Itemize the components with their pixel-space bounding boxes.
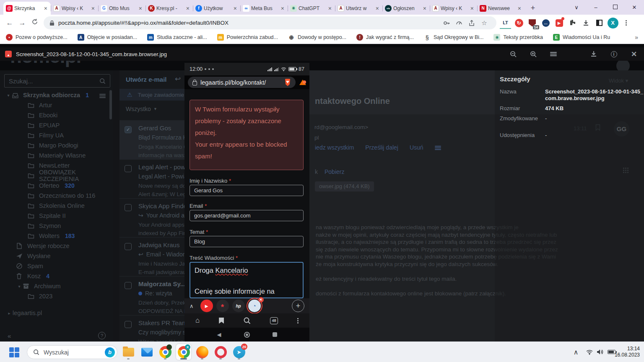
browser-tab[interactable]: A Wpisy ‹ K × bbox=[430, 2, 477, 15]
folder-caret-icon[interactable]: ▾ bbox=[16, 284, 23, 289]
field-input[interactable]: Blog bbox=[190, 236, 304, 247]
help-icon[interactable]: ? bbox=[98, 332, 106, 339]
chat-extension-icon[interactable]: … bbox=[540, 17, 551, 28]
compose-button[interactable]: Utwórz e-mail bbox=[126, 76, 167, 83]
file-explorer-button[interactable] bbox=[121, 344, 136, 360]
email-checkbox[interactable]: ✓ bbox=[125, 126, 132, 133]
active-tab-icon[interactable]: ◔✕ bbox=[248, 300, 261, 312]
mail-search-input[interactable]: Szukaj... bbox=[4, 74, 110, 88]
languagetool-extension-icon[interactable]: LT bbox=[500, 17, 511, 29]
sidebar-folder[interactable]: Wolters 183 bbox=[0, 231, 113, 241]
field-input[interactable]: gos.gerard@gmail.com bbox=[190, 210, 304, 221]
tab-close-icon[interactable]: × bbox=[43, 5, 48, 11]
sidebar-folder[interactable]: Wersje robocze bbox=[0, 241, 113, 251]
close-tab-badge[interactable]: ✕ bbox=[258, 297, 264, 303]
tray-chevron-icon[interactable]: ∧ bbox=[571, 342, 581, 362]
email-checkbox[interactable] bbox=[125, 282, 132, 289]
new-tab-button[interactable]: + bbox=[528, 3, 538, 13]
url-text[interactable]: poczta.home.pl/appsuite/#!!&app=io.ox/ma… bbox=[58, 20, 440, 26]
filter-dropdown[interactable]: Wszystko▼ bbox=[126, 106, 157, 112]
delete-button[interactable]: Usuń bbox=[410, 144, 423, 151]
sidebar-folder[interactable]: Spam bbox=[0, 261, 113, 271]
browser-tab[interactable]: A Utwórz w × bbox=[335, 2, 382, 15]
sidebar-scrollbar[interactable] bbox=[109, 90, 112, 119]
bookmark-item[interactable]: § Sąd Okręgowy w Bi... bbox=[424, 34, 484, 41]
sidebar-folder[interactable]: Szkolenia Online bbox=[0, 201, 113, 211]
bookmark-item[interactable]: m Studia zaoczne - ali... bbox=[147, 34, 207, 41]
tab-close-icon[interactable]: × bbox=[327, 5, 332, 11]
sidebar-folder[interactable]: OBOWIĄZEK SZCZEPIENIA bbox=[0, 171, 113, 181]
tab-close-icon[interactable]: × bbox=[470, 5, 475, 11]
android-home-icon[interactable] bbox=[244, 332, 250, 338]
collapse-sidebar-icon[interactable]: « bbox=[8, 332, 11, 339]
bookmark-item[interactable]: ⊕ Dowody w postępo... bbox=[288, 34, 346, 41]
folder-caret-icon[interactable]: ▾ bbox=[5, 93, 12, 98]
folder-caret-icon[interactable]: ▸ bbox=[6, 311, 13, 315]
password-key-icon[interactable] bbox=[440, 20, 453, 26]
forward-button-mail[interactable]: Prześlij dalej bbox=[365, 144, 398, 151]
sidebar-folder[interactable]: Wysłane bbox=[0, 251, 113, 261]
tab-close-icon[interactable]: × bbox=[422, 5, 427, 11]
sidebar-folder[interactable]: Oferteo 320 bbox=[0, 181, 113, 191]
sidebar-folder[interactable]: Szymon bbox=[0, 221, 113, 231]
sidebar-folder[interactable]: Filmy UA bbox=[0, 130, 113, 140]
reload-button[interactable] bbox=[29, 18, 41, 27]
bookmark-item[interactable]: ✳ Teksty przeróbka bbox=[493, 34, 543, 41]
sidebar-folder[interactable]: Kosz 4 bbox=[0, 271, 113, 281]
chrome-profile1-button[interactable] bbox=[158, 344, 173, 360]
phone-address-pill[interactable]: legaartis.pl/blog/kontakt/ bbox=[188, 77, 296, 88]
opera-button[interactable] bbox=[213, 344, 228, 360]
viewer-menu-icon[interactable] bbox=[548, 47, 559, 61]
browser-tab[interactable]: A Wpisy ‹ K × bbox=[51, 2, 98, 15]
tray-wifi-icon[interactable] bbox=[586, 342, 593, 362]
more-actions-icon[interactable] bbox=[435, 145, 441, 151]
attachment-chip[interactable]: owser.jpg (474,4 KB) bbox=[315, 181, 374, 191]
bookmark-item[interactable]: E Wiadomości Ua i Ru bbox=[553, 34, 610, 41]
field-input[interactable]: Gerard Gos bbox=[190, 185, 304, 196]
huawei-tab-icon[interactable]: * bbox=[216, 300, 229, 312]
download-all-button[interactable]: Pobierz bbox=[325, 168, 344, 175]
ublock-extension-icon[interactable]: 14 bbox=[527, 17, 538, 28]
android-recents-icon[interactable] bbox=[273, 332, 277, 337]
bookmark-item[interactable]: m Powierzchnia zabud... bbox=[217, 34, 278, 41]
mail-app-button[interactable] bbox=[139, 344, 154, 360]
taskbar-search[interactable]: Wyszukaj b bbox=[27, 345, 117, 359]
chrome-profile2-button[interactable]: X bbox=[176, 344, 191, 360]
address-bar[interactable]: poczta.home.pl/appsuite/#!!&app=io.ox/ma… bbox=[44, 16, 496, 29]
zoom-in-icon[interactable] bbox=[527, 47, 539, 61]
tab-close-icon[interactable]: × bbox=[185, 5, 190, 11]
browser-tab[interactable]: N Newswee × bbox=[477, 2, 525, 15]
browser-menu-icon[interactable] bbox=[621, 17, 632, 28]
forward-button[interactable]: → bbox=[16, 19, 29, 27]
browser-tab[interactable]: f Użytkow × bbox=[193, 2, 240, 15]
alert-bell-icon[interactable] bbox=[299, 80, 306, 85]
browser-tab[interactable]: K Kresy.pl - × bbox=[145, 2, 193, 15]
viewer-info-icon[interactable]: i bbox=[608, 47, 620, 61]
email-checkbox[interactable] bbox=[125, 165, 132, 172]
browser-tab[interactable]: ✳ ChatGPT × bbox=[288, 2, 335, 15]
browser-tab[interactable]: olx Ogłoszen × bbox=[382, 2, 430, 15]
email-checkbox[interactable] bbox=[125, 243, 132, 250]
profile-avatar[interactable]: X bbox=[607, 17, 618, 28]
browser-tab[interactable]: ∞ Meta Bus × bbox=[240, 2, 288, 15]
message-textarea[interactable]: Droga Kancelario Cenię sobie informacje … bbox=[190, 262, 304, 298]
sidebar-folder[interactable]: ▾ Skrzynka odbiorcza 1 bbox=[0, 90, 113, 100]
youtube-tab-icon[interactable]: ▶ bbox=[200, 300, 213, 312]
telegram-button[interactable]: ➤20 bbox=[231, 344, 247, 360]
tab-close-icon[interactable]: × bbox=[233, 5, 238, 11]
sidebar-folder[interactable]: ▾ Archiwum bbox=[0, 281, 113, 291]
sidebar-folder[interactable]: Ebooki bbox=[0, 110, 113, 120]
tab-close-icon[interactable]: × bbox=[138, 5, 143, 11]
folder-menu-icon[interactable] bbox=[99, 93, 106, 99]
dark-mode-extension-icon[interactable] bbox=[594, 17, 605, 28]
search-icon-phone[interactable] bbox=[243, 317, 251, 324]
reply-icon[interactable]: ↩ bbox=[175, 75, 181, 83]
window-close-button[interactable]: ✕ bbox=[625, 4, 644, 10]
sidebar-folder[interactable]: Orzecznictwo do 116 bbox=[0, 191, 113, 201]
new-tab-icon[interactable]: + bbox=[292, 300, 304, 312]
start-button[interactable] bbox=[9, 347, 19, 357]
tab-close-icon[interactable]: × bbox=[517, 5, 522, 11]
tab-close-icon[interactable]: × bbox=[375, 5, 380, 11]
extensions-puzzle-icon[interactable] bbox=[567, 17, 578, 28]
bookmark-item[interactable]: A Objęcie w posiadan... bbox=[78, 34, 138, 41]
